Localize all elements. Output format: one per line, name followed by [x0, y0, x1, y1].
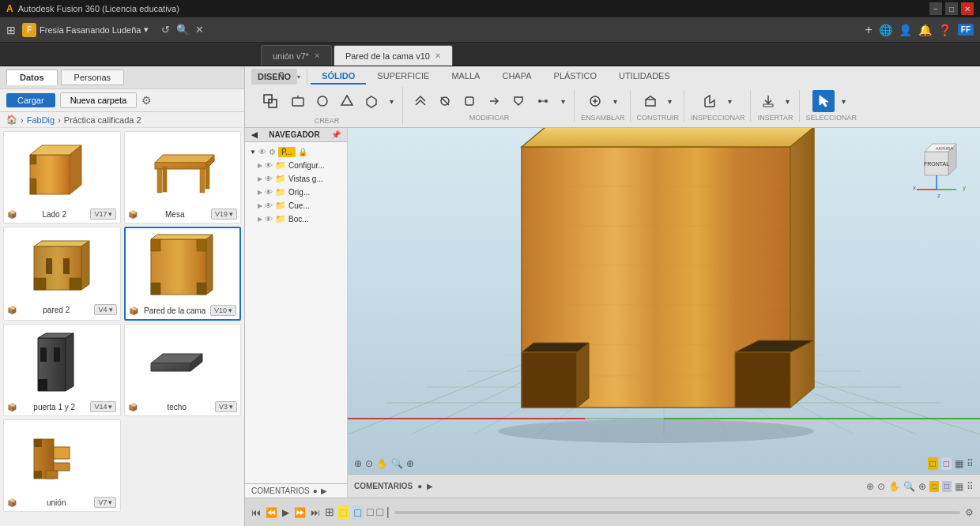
modificar-tool1[interactable] [409, 90, 432, 112]
tab-solido[interactable]: SÓLIDO [311, 69, 366, 85]
tab-union[interactable]: unión v7* ✕ [261, 45, 332, 66]
vp-tool-view1[interactable]: □ [928, 457, 938, 470]
personas-tab[interactable]: Personas [61, 70, 124, 85]
timeline-icon2[interactable]: □ [337, 505, 349, 520]
settings-icon[interactable]: ⚙ [141, 94, 152, 107]
model-card-lado2[interactable]: 📦 Lado 2 V17 ▾ [3, 131, 121, 224]
tab-union-close[interactable]: ✕ [314, 51, 320, 60]
modificar-tool3[interactable] [458, 90, 481, 112]
modificar-tool4[interactable] [483, 90, 505, 112]
modificar-tool5[interactable] [507, 90, 530, 112]
datos-tab[interactable]: Datos [6, 70, 58, 85]
vp-tool-hand[interactable]: ✋ [376, 458, 388, 469]
nav-lock-root[interactable]: 🔒 [298, 148, 307, 156]
maximize-button[interactable]: □ [945, 2, 958, 15]
navigator-pin[interactable]: 📌 [331, 130, 341, 139]
version-mesa[interactable]: V19 ▾ [211, 209, 237, 220]
vp-icon-pan[interactable]: ✋ [888, 481, 900, 492]
tab-pared-cama[interactable]: Pared de la cama v10 ✕ [334, 45, 453, 66]
version-techo[interactable]: V3 ▾ [215, 401, 237, 412]
timeline-first[interactable]: ⏮ [251, 507, 261, 518]
viewcube[interactable]: FRONTAL ARRIBA x y z [909, 136, 972, 199]
model-card-union[interactable]: 📦 unión V7 ▾ [3, 419, 121, 512]
version-lado2[interactable]: V17 ▾ [90, 209, 116, 220]
tab-malla[interactable]: MALLA [440, 69, 491, 85]
comments-expand[interactable]: ▶ [427, 482, 433, 490]
nav-item-vistas[interactable]: ▶ 👁 📁 Vistas g... [254, 172, 345, 186]
seleccionar-tool1[interactable] [812, 90, 835, 112]
crear-tool5[interactable] [360, 90, 383, 112]
practica-breadcrumb[interactable]: Práctica calificada 2 [64, 115, 141, 125]
comments-toggle[interactable]: ● [313, 487, 318, 495]
nav-item-cue[interactable]: ▶ 👁 📁 Cue... [254, 199, 345, 212]
nav-item-configur[interactable]: ▶ 👁 📁 Configur... [254, 159, 345, 172]
user-dropdown-arrow[interactable]: ▾ [144, 24, 149, 35]
close-button[interactable]: ✕ [961, 2, 974, 15]
nav-item-orig[interactable]: ▶ 👁 📁 Orig... [254, 186, 345, 199]
vp-tool-pan[interactable]: ⊙ [365, 458, 373, 469]
tab-utilidades[interactable]: UTILIDADES [608, 69, 681, 85]
nav-eye-root[interactable]: 👁 [258, 148, 266, 156]
timeline-icon5[interactable]: □ [376, 505, 383, 520]
model-card-pared2[interactable]: 📦 pared 2 V4 ▾ [3, 227, 121, 321]
design-dropdown[interactable]: ▾ [297, 73, 300, 81]
vp-tool-fit[interactable]: ⊕ [406, 458, 414, 469]
ensamblar-tool1[interactable] [584, 90, 606, 112]
crear-tool4[interactable] [336, 90, 358, 112]
nav-eye-orig[interactable]: 👁 [265, 188, 273, 197]
tab-superficie[interactable]: SUPERFICIE [366, 69, 440, 85]
minimize-button[interactable]: − [929, 2, 942, 15]
modificar-more[interactable]: ▾ [556, 90, 569, 112]
nav-eye-vistas[interactable]: 👁 [265, 175, 273, 183]
nueva-carpeta-button[interactable]: Nueva carpeta [60, 92, 138, 108]
vp-icon-view-selector[interactable]: □ [929, 481, 939, 492]
vp-icon-zoom[interactable]: 🔍 [903, 481, 915, 492]
vp-tool-orbit[interactable]: ⊕ [354, 458, 362, 469]
insertar-more[interactable]: ▾ [782, 90, 794, 112]
vp-tool-zoom[interactable]: 🔍 [391, 458, 403, 469]
vp-icon-fit[interactable]: ⊕ [918, 481, 926, 492]
vp-icon-display[interactable]: ⠿ [967, 481, 974, 492]
fabdig-breadcrumb[interactable]: FabDig [27, 115, 55, 125]
version-union[interactable]: V7 ▾ [94, 497, 116, 508]
comments-toggle-bottom[interactable]: ● [417, 482, 422, 490]
tab-pared-close[interactable]: ✕ [435, 51, 441, 60]
inspeccionar-tool1[interactable] [699, 90, 722, 112]
version-puerta[interactable]: V14 ▾ [90, 401, 116, 412]
globe-icon[interactable]: 🌐 [879, 24, 892, 36]
version-pared-cama[interactable]: V10 ▾ [210, 305, 236, 316]
bell-icon[interactable]: 🔔 [918, 24, 932, 36]
version-pared2[interactable]: V4 ▾ [94, 304, 116, 315]
crear-tool2[interactable] [287, 90, 309, 112]
vp-icon-perspective[interactable]: □ [942, 481, 952, 492]
3d-viewport[interactable]: FRONTAL ARRIBA x y z ⊕ [348, 128, 980, 498]
model-card-pared-cama[interactable]: 📦 Pared de la cama V10 ▾ [124, 227, 242, 321]
insertar-tool1[interactable] [757, 90, 779, 112]
timeline-icon6[interactable]: | [386, 505, 390, 520]
vp-tool-view3[interactable]: ▦ [955, 458, 963, 469]
nav-settings-root[interactable]: ⚙ [269, 148, 276, 156]
construir-more[interactable]: ▾ [664, 90, 677, 112]
account-icon[interactable]: 👤 [899, 24, 912, 36]
inspeccionar-more[interactable]: ▾ [724, 90, 737, 112]
vp-icon-look[interactable]: ⊙ [877, 481, 885, 492]
tab-chapa[interactable]: CHAPA [491, 69, 542, 85]
design-label[interactable]: DISEÑO [251, 69, 297, 85]
timeline-play[interactable]: ▶ [282, 507, 289, 518]
vp-icon-orbit[interactable]: ⊕ [866, 481, 874, 492]
nav-item-root[interactable]: ▼ 👁 ⚙ P... 🔒 [247, 145, 345, 159]
nav-eye-boc[interactable]: 👁 [265, 215, 273, 224]
timeline-last[interactable]: ⏭ [311, 507, 320, 518]
vp-tool-view4[interactable]: ⠿ [967, 458, 974, 469]
cargar-button[interactable]: Cargar [6, 93, 55, 107]
timeline-icon1[interactable]: ⊞ [325, 505, 334, 520]
nav-item-boc[interactable]: ▶ 👁 📁 Boc... [254, 212, 345, 226]
navigator-collapse[interactable]: ◀ [251, 130, 258, 139]
vp-tool-view2[interactable]: □ [941, 457, 952, 470]
help-icon[interactable]: ❓ [938, 24, 952, 36]
seleccionar-more[interactable]: ▾ [837, 90, 850, 112]
ensamblar-more[interactable]: ▾ [609, 90, 621, 112]
user-info[interactable]: F Fresia Fasanando Ludeña ▾ [22, 23, 149, 37]
comments-arrow[interactable]: ▶ [321, 487, 327, 495]
crear-more[interactable]: ▾ [385, 90, 398, 112]
